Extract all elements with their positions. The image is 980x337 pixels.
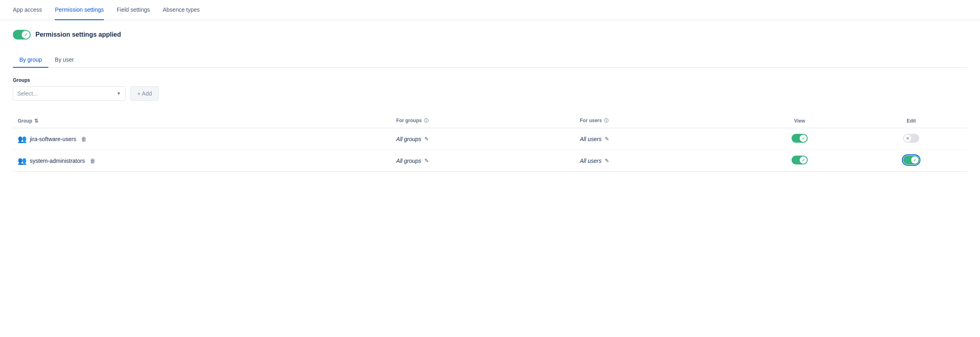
group-icon-2: 👥: [18, 156, 27, 165]
for-groups-value-2: All groups: [396, 158, 421, 164]
col-for-users-label: For users: [580, 118, 602, 123]
view-toggle-2-thumb: ✓: [800, 156, 807, 164]
edit-toggle-cell-1: ✕: [856, 128, 967, 150]
for-users-value-1: All users: [580, 136, 602, 142]
permission-header: ✓ Permission settings applied: [13, 30, 967, 40]
edit-for-users-2-button[interactable]: ✎: [605, 158, 609, 164]
edit-toggle-1-thumb: ✕: [904, 135, 911, 142]
edit-toggle-2-thumb: ✓: [911, 156, 918, 164]
permission-toggle[interactable]: ✓: [13, 30, 31, 40]
for-users-info-icon: ⓘ: [604, 118, 608, 123]
add-button[interactable]: + Add: [130, 86, 159, 101]
nav-tab-field-settings[interactable]: Field settings: [117, 0, 150, 20]
view-toggle-1-thumb: ✓: [800, 135, 807, 142]
nav-tab-permission-settings[interactable]: Permission settings: [55, 0, 103, 20]
edit-toggle-cell-2: ✓: [856, 150, 967, 172]
edit-for-groups-2-button[interactable]: ✎: [424, 158, 429, 164]
group-name-1: jira-software-users: [30, 136, 76, 142]
main-content: ✓ Permission settings applied By groupBy…: [0, 20, 980, 181]
sub-tab-by-group[interactable]: By group: [13, 52, 48, 68]
toggle-thumb: ✓: [22, 31, 30, 39]
for-users-cell-2: All users ✎: [575, 150, 744, 172]
col-view-label: View: [794, 118, 805, 124]
table-header-row: Group ⇅ For groups ⓘ For users ⓘ View Ed…: [13, 114, 967, 128]
sub-tab-by-user[interactable]: By user: [48, 52, 80, 68]
for-groups-cell-1: All groups ✎: [391, 128, 575, 150]
table-body: 👥 jira-software-users 🗑 All groups ✎ All…: [13, 128, 967, 172]
group-name-2: system-administrators: [30, 158, 85, 164]
col-group: Group ⇅: [13, 114, 391, 128]
col-view: View: [744, 114, 855, 128]
groups-label: Groups: [13, 77, 967, 83]
groups-input-row: Select... ▼ + Add: [13, 86, 967, 101]
group-icon-1: 👥: [18, 135, 27, 144]
groups-section: Groups Select... ▼ + Add: [13, 77, 967, 101]
group-cell-1: 👥 jira-software-users 🗑: [13, 128, 391, 150]
col-for-groups-label: For groups: [396, 118, 422, 123]
delete-group-2-button[interactable]: 🗑: [90, 158, 95, 164]
toggle-track: ✓: [13, 30, 31, 40]
for-groups-value-1: All groups: [396, 136, 421, 142]
edit-for-groups-1-button[interactable]: ✎: [424, 136, 429, 142]
chevron-down-icon: ▼: [116, 91, 121, 96]
view-toggle-1[interactable]: ✓: [792, 134, 808, 143]
for-users-cell-1: All users ✎: [575, 128, 744, 150]
col-group-label: Group: [18, 118, 32, 124]
col-edit: Edit: [856, 114, 967, 128]
groups-select-placeholder: Select...: [17, 90, 38, 97]
col-edit-label: Edit: [907, 118, 916, 124]
col-for-groups: For groups ⓘ: [391, 114, 575, 128]
delete-group-1-button[interactable]: 🗑: [81, 136, 87, 142]
edit-toggle-1[interactable]: ✕: [903, 134, 919, 143]
nav-tab-absence-types[interactable]: Absence types: [163, 0, 200, 20]
permission-table: Group ⇅ For groups ⓘ For users ⓘ View Ed…: [13, 114, 967, 172]
groups-select[interactable]: Select... ▼: [13, 86, 126, 101]
for-users-value-2: All users: [580, 158, 602, 164]
table-row: 👥 jira-software-users 🗑 All groups ✎ All…: [13, 128, 967, 150]
view-toggle-2[interactable]: ✓: [792, 156, 808, 164]
nav-tab-app-access[interactable]: App access: [13, 0, 42, 20]
sub-tabs: By groupBy user: [13, 52, 967, 68]
edit-toggle-2[interactable]: ✓: [903, 156, 919, 164]
table-header: Group ⇅ For groups ⓘ For users ⓘ View Ed…: [13, 114, 967, 128]
permission-title: Permission settings applied: [35, 31, 121, 38]
col-for-users: For users ⓘ: [575, 114, 744, 128]
view-toggle-cell-1: ✓: [744, 128, 855, 150]
for-groups-cell-2: All groups ✎: [391, 150, 575, 172]
edit-for-users-1-button[interactable]: ✎: [605, 136, 609, 142]
table-row: 👥 system-administrators 🗑 All groups ✎ A…: [13, 150, 967, 172]
sort-icon[interactable]: ⇅: [34, 118, 38, 124]
top-navigation: App accessPermission settingsField setti…: [0, 0, 980, 20]
view-toggle-cell-2: ✓: [744, 150, 855, 172]
for-groups-info-icon: ⓘ: [424, 118, 428, 123]
group-cell-2: 👥 system-administrators 🗑: [13, 150, 391, 172]
toggle-check-icon: ✓: [24, 32, 28, 37]
